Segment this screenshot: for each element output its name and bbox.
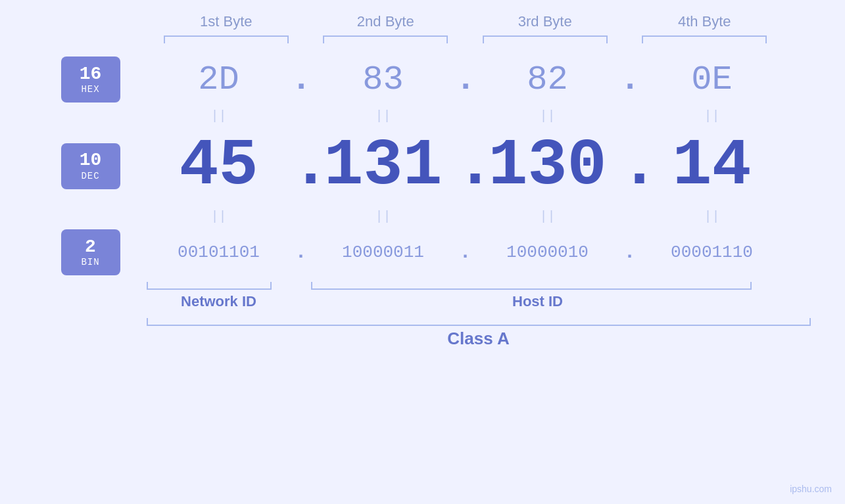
bracket-byte2: [323, 35, 448, 43]
bin-badge: 2 BIN: [61, 229, 120, 275]
eq2-b2: ||: [311, 209, 456, 224]
eq1-b1: ||: [147, 108, 291, 124]
dec-b2: 131: [311, 129, 456, 203]
equals-row-1: || || || ||: [61, 103, 785, 129]
bin-dot3: .: [620, 241, 640, 263]
dec-badge: 10 DEC: [61, 143, 120, 189]
id-labels: Network ID Host ID: [61, 293, 785, 310]
dec-b1: 45: [147, 129, 291, 203]
hex-dot1: .: [291, 60, 311, 99]
hex-dot2: .: [456, 60, 475, 99]
eq1-b2: ||: [311, 108, 456, 124]
hex-values-row: 2D . 83 . 82 . 0E: [147, 60, 785, 99]
eq1-b3: ||: [475, 108, 620, 124]
eq2-b3: ||: [475, 209, 620, 224]
bracket-byte4: [642, 35, 767, 43]
eq2-b4: ||: [640, 209, 785, 224]
class-bracket-row: [61, 318, 785, 326]
top-brackets: [61, 35, 785, 43]
dec-values-row: 45 . 131 . 130 . 14: [147, 129, 785, 203]
bin-b3: 10000010: [475, 242, 620, 262]
dec-b4: 14: [640, 129, 785, 203]
bin-badge-label: BIN: [81, 257, 99, 267]
dec-dot2: .: [456, 129, 475, 203]
dec-row: 10 DEC 45 . 131 . 130 . 14: [61, 129, 785, 203]
network-bracket: [147, 282, 272, 290]
bin-values-row: 00101101 . 10000011 . 10000010 . 0000111…: [147, 241, 785, 263]
hex-badge-label: HEX: [81, 84, 99, 95]
bracket-byte1: [164, 35, 289, 43]
class-label-row: Class A: [61, 329, 785, 349]
byte4-header: 4th Byte: [632, 13, 777, 30]
dec-badge-num: 10: [80, 150, 102, 171]
bottom-brackets: [61, 282, 785, 290]
byte2-header: 2nd Byte: [313, 13, 458, 30]
main-container: 1st Byte 2nd Byte 3rd Byte 4th Byte 16 H…: [61, 13, 785, 349]
dec-badge-label: DEC: [81, 171, 99, 181]
hex-b3: 82: [475, 60, 620, 99]
eq1-b4: ||: [640, 108, 785, 124]
hex-badge: 16 HEX: [61, 57, 120, 103]
bin-row: 2 BIN 00101101 . 10000011 . 10000010 . 0…: [61, 229, 785, 275]
hex-row: 16 HEX 2D . 83 . 82 . 0E: [61, 57, 785, 103]
bin-b1: 00101101: [147, 242, 291, 262]
bracket-byte3: [483, 35, 608, 43]
byte3-header: 3rd Byte: [473, 13, 617, 30]
dec-b3: 130: [475, 129, 620, 203]
bin-dot2: .: [456, 241, 475, 263]
bin-b2: 10000011: [311, 242, 456, 262]
class-label: Class A: [147, 329, 811, 349]
bin-badge-num: 2: [85, 237, 96, 258]
byte1-header: 1st Byte: [154, 13, 299, 30]
class-bracket: [147, 318, 811, 326]
hex-badge-num: 16: [80, 64, 102, 85]
hex-b1: 2D: [147, 60, 291, 99]
hex-b2: 83: [311, 60, 456, 99]
network-id-label: Network ID: [147, 293, 291, 310]
eq2-b1: ||: [147, 209, 291, 224]
bin-b4: 00001110: [640, 242, 785, 262]
dec-dot3: .: [620, 129, 640, 203]
watermark: ipshu.com: [790, 484, 832, 494]
equals-row-2: || || || ||: [61, 203, 785, 229]
hex-dot3: .: [620, 60, 640, 99]
byte-headers: 1st Byte 2nd Byte 3rd Byte 4th Byte: [61, 13, 785, 30]
host-bracket: [311, 282, 752, 290]
dec-dot1: .: [291, 129, 311, 203]
host-id-label: Host ID: [318, 293, 758, 310]
bin-dot1: .: [291, 241, 311, 263]
hex-b4: 0E: [640, 60, 785, 99]
